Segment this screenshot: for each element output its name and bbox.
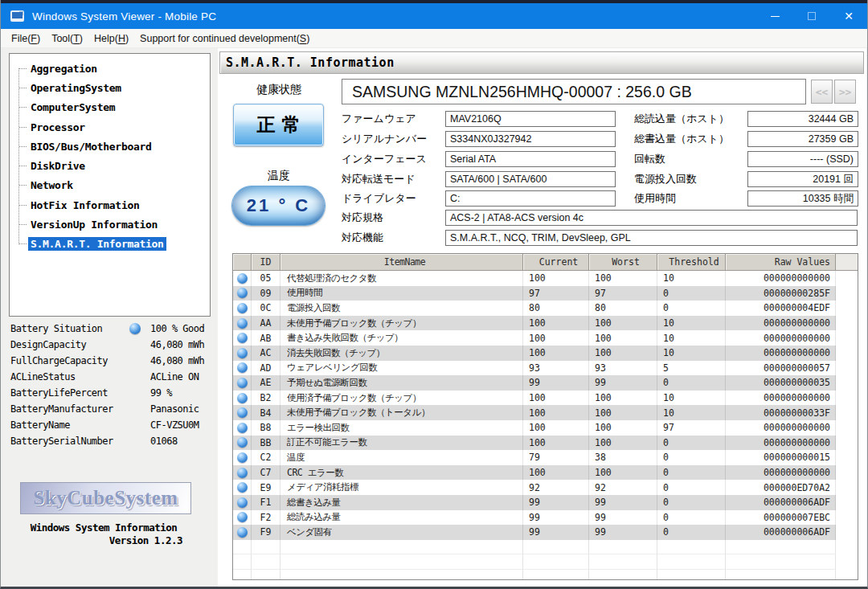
field-value-box[interactable]: S.M.A.R.T., NCQ, TRIM, DevSleep, GPL bbox=[445, 230, 858, 246]
battery-value: CF-VZSU0M bbox=[150, 419, 199, 431]
sidebar-item-network[interactable]: Network bbox=[17, 176, 207, 195]
table-row-aa[interactable]: AA未使用予備ブロック数（チップ）10010010000000000000 bbox=[233, 316, 836, 331]
sidebar-item-label: HotFix Information bbox=[28, 198, 141, 212]
cell-empty bbox=[233, 554, 252, 570]
prev-device-button[interactable]: << bbox=[811, 80, 833, 104]
field-value-box[interactable]: SATA/600 | SATA/600 bbox=[445, 171, 616, 187]
maximize-icon bbox=[808, 12, 816, 20]
table-row-empty bbox=[233, 540, 836, 555]
column-header-itemname[interactable]: ItemName bbox=[280, 254, 523, 271]
menu-item-text: ) bbox=[80, 33, 83, 44]
cell-current: 99 bbox=[523, 525, 589, 540]
sidebar-item-label: S.M.A.R.T. Information bbox=[28, 237, 166, 251]
table-row-bb[interactable]: BB訂正不可能エラー数1001000000000000000 bbox=[233, 436, 836, 451]
cell-current: 100 bbox=[523, 316, 589, 331]
cell-current: 100 bbox=[523, 391, 589, 406]
field-value-box[interactable]: 27359 GB bbox=[747, 131, 858, 147]
column-header-threshold[interactable]: Threshold bbox=[657, 254, 726, 271]
column-header-id[interactable]: ID bbox=[252, 254, 280, 271]
table-row-e9[interactable]: E9メディア消耗指標92920000000ED70A2 bbox=[233, 480, 836, 495]
cell-threshold: 0 bbox=[657, 495, 726, 510]
table-row-f2[interactable]: F2総読み込み量99990000000007EBC bbox=[233, 510, 836, 526]
field-label: 総書込量（ホスト） bbox=[634, 132, 747, 146]
table-row-f9[interactable]: F9ベンダ固有99990000000006ADF bbox=[233, 525, 836, 540]
cell-threshold: 10 bbox=[657, 346, 726, 361]
close-button[interactable]: ✕ bbox=[830, 3, 867, 29]
sidebar-item-hotfix-information[interactable]: HotFix Information bbox=[17, 195, 207, 215]
sidebar-item-aggregation[interactable]: Aggregation bbox=[17, 59, 207, 78]
title-bar: Windows System Viewer - Mobile PC ✕ bbox=[1, 3, 867, 29]
next-device-button[interactable]: >> bbox=[834, 80, 856, 104]
field-value-box[interactable]: 20191 回 bbox=[747, 171, 858, 187]
table-row-b4[interactable]: B4未使用予備ブロック数（トータル）1001001000000000033F bbox=[233, 405, 836, 420]
device-fields-wide: 対応規格ACS-2 | ATA8-ACS version 4c対応機能S.M.A… bbox=[342, 208, 859, 248]
field-value-box[interactable]: 32444 GB bbox=[747, 111, 858, 127]
cell-threshold: 0 bbox=[657, 480, 726, 495]
table-row-b8[interactable]: B8エラー検出回数10010097000000000000 bbox=[233, 420, 836, 436]
sidebar-item-processor[interactable]: Processor bbox=[17, 117, 207, 137]
menu-item-mnemonic: H bbox=[118, 33, 125, 44]
field-value-box[interactable]: S334NX0J327942 bbox=[445, 131, 616, 147]
field-value-box[interactable]: ---- (SSD) bbox=[747, 151, 858, 167]
minimize-button[interactable] bbox=[756, 3, 793, 29]
sidebar-item-diskdrive[interactable]: DiskDrive bbox=[17, 156, 207, 175]
cell-empty bbox=[726, 570, 836, 580]
cell-itemname: 訂正不可能エラー数 bbox=[280, 436, 523, 451]
table-row-ae[interactable]: AE予期せぬ電源断回数99990000000000035 bbox=[233, 375, 836, 391]
table-row-ac[interactable]: AC消去失敗回数（チップ）10010010000000000000 bbox=[233, 346, 836, 361]
app-window: Windows System Viewer - Mobile PC ✕ File… bbox=[0, 0, 868, 589]
menu-item-h[interactable]: Help(H) bbox=[88, 31, 134, 46]
field-value-box[interactable]: C: bbox=[445, 190, 616, 207]
sidebar-item-label: BIOS/Bus/Motherboard bbox=[28, 140, 154, 153]
cell-empty bbox=[280, 570, 523, 580]
table-row-ad[interactable]: ADウェアレベリング回数93935000000000057 bbox=[233, 361, 836, 376]
field-value-box[interactable]: ACS-2 | ATA8-ACS version 4c bbox=[445, 210, 858, 226]
table-row-05[interactable]: 05代替処理済のセクタ数10010010000000000000 bbox=[233, 271, 836, 286]
field-value-box[interactable]: 10335 時間 bbox=[747, 190, 858, 207]
cell-icon bbox=[233, 391, 252, 406]
tree-connector-icon bbox=[19, 205, 27, 206]
cell-empty bbox=[523, 554, 589, 570]
column-header-current[interactable]: Current bbox=[523, 254, 589, 271]
cell-raw-values: 000000000000 bbox=[726, 436, 836, 451]
sidebar-item-s-m-a-r-t-information[interactable]: S.M.A.R.T. Information bbox=[17, 235, 207, 254]
menu-item-s[interactable]: Support for continued development(S) bbox=[134, 31, 315, 46]
cell-itemname: 代替処理済のセクタ数 bbox=[280, 271, 523, 286]
cell-raw-values: 000000000000 bbox=[726, 316, 836, 331]
cell-raw-values: 000000000057 bbox=[726, 361, 836, 376]
table-row-0c[interactable]: 0C電源投入回数80800000000004EDF bbox=[233, 301, 836, 316]
table-row-empty bbox=[233, 554, 836, 570]
cell-raw-values: 000000000000 bbox=[726, 465, 836, 481]
sidebar-item-operatingsystem[interactable]: OperatingSystem bbox=[17, 78, 207, 97]
table-row-b2[interactable]: B2使用済予備ブロック数（チップ）10010010000000000000 bbox=[233, 391, 836, 406]
table-row-09[interactable]: 09使用時間9797000000000285F bbox=[233, 286, 836, 301]
menu-item-t[interactable]: Tool(T) bbox=[46, 31, 88, 46]
field-value-box[interactable]: Serial ATA bbox=[445, 151, 616, 167]
table-row-c7[interactable]: C7CRC エラー数1001000000000000000 bbox=[233, 465, 836, 481]
cell-id: B8 bbox=[252, 420, 280, 436]
table-row-empty bbox=[233, 570, 836, 580]
field-value-box[interactable]: MAV2106Q bbox=[445, 111, 616, 127]
field-row-icon: 対応転送モードSATA/600 | SATA/600 bbox=[342, 169, 616, 189]
maximize-button[interactable] bbox=[793, 3, 830, 29]
table-row-f1[interactable]: F1総書き込み量99990000000006ADF bbox=[233, 495, 836, 510]
cell-worst: 80 bbox=[589, 301, 657, 316]
menu-item-text: ) bbox=[306, 33, 309, 44]
sidebar-item-versionup-information[interactable]: VersionUp Information bbox=[17, 215, 207, 234]
table-row-c2[interactable]: C2温度79380000000000015 bbox=[233, 450, 836, 465]
cell-worst: 100 bbox=[589, 391, 657, 406]
menu-item-text: ) bbox=[125, 33, 129, 44]
column-header-worst[interactable]: Worst bbox=[589, 254, 657, 271]
cell-itemname: エラー検出回数 bbox=[280, 420, 523, 436]
cell-current: 99 bbox=[523, 510, 589, 526]
menu-item-f[interactable]: File(F) bbox=[6, 31, 46, 46]
sidebar-item-computersystem[interactable]: ComputerSystem bbox=[17, 98, 207, 117]
cell-id: 0C bbox=[252, 301, 280, 316]
page-title: S.M.A.R.T. Information bbox=[219, 51, 864, 74]
field-row-icon: インターフェースSerial ATA bbox=[342, 149, 616, 170]
field-row-icon: 対応機能S.M.A.R.T., NCQ, TRIM, DevSleep, GPL bbox=[342, 228, 859, 248]
column-header-icon[interactable] bbox=[233, 254, 252, 271]
column-header-raw-values[interactable]: Raw Values bbox=[726, 254, 836, 271]
sidebar-item-bios-bus-motherboard[interactable]: BIOS/Bus/Motherboard bbox=[17, 137, 207, 156]
table-row-ab[interactable]: AB書き込み失敗回数（チップ）10010010000000000000 bbox=[233, 330, 836, 346]
